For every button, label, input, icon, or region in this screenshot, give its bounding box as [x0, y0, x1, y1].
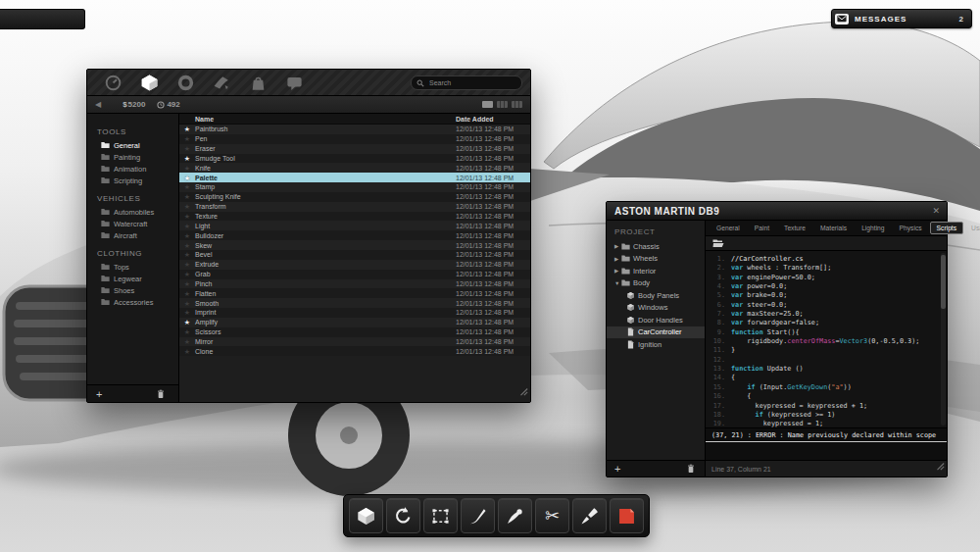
star-icon[interactable]: ★ [179, 202, 195, 211]
cube-icon[interactable] [138, 73, 160, 92]
list-row-flatten[interactable]: ★Flatten12/01/13 12:48 PM [179, 288, 530, 298]
tree-item-body-panels[interactable]: Body Panels [607, 289, 705, 302]
sidebar-item-tops[interactable]: Tops [87, 261, 178, 273]
scrollbar-thumb[interactable] [941, 255, 946, 309]
resize-grip[interactable] [935, 457, 945, 475]
tab-usage[interactable]: Usage [964, 222, 980, 234]
star-icon[interactable]: ★ [179, 327, 195, 336]
sidebar-item-accessories[interactable]: Accessories [87, 296, 178, 308]
close-icon[interactable]: ✕ [932, 206, 940, 216]
add-button[interactable]: + [614, 465, 620, 474]
tab-general[interactable]: General [710, 222, 747, 234]
code-line[interactable]: 14.{ [706, 374, 947, 382]
star-icon[interactable]: ★ [179, 182, 195, 191]
ribbon-icon[interactable] [211, 73, 232, 92]
chevron-down-icon[interactable]: ▼ [614, 280, 621, 286]
tab-physics[interactable]: Physics [893, 222, 929, 234]
open-folder-icon[interactable] [712, 238, 724, 248]
bag-icon[interactable] [247, 73, 269, 92]
gauge-icon[interactable] [102, 73, 123, 92]
view-toggle-columns[interactable] [497, 101, 508, 108]
list-row-mirror[interactable]: ★Mirror12/01/13 12:48 PM [179, 337, 530, 347]
star-icon[interactable]: ★ [179, 279, 195, 288]
view-toggle-list[interactable] [482, 101, 493, 108]
window-titlebar[interactable]: ASTON MARTIN DB9 ✕ [607, 202, 947, 221]
star-icon[interactable]: ★ [179, 318, 195, 326]
sidebar-item-shoes[interactable]: Shoes [87, 284, 178, 296]
code-line[interactable]: 18. if (keypressed >= 1) [706, 411, 947, 420]
star-icon[interactable]: ★ [179, 154, 195, 163]
column-date-added[interactable]: Date Added [456, 116, 530, 123]
code-line[interactable]: 12. [706, 356, 947, 365]
sidebar-item-animation[interactable]: Animation [87, 163, 178, 175]
list-row-pinch[interactable]: ★Pinch12/01/13 12:48 PM [179, 279, 530, 289]
pen-button[interactable] [498, 498, 532, 533]
list-row-extrude[interactable]: ★Extrude12/01/13 12:48 PM [179, 260, 530, 270]
sidebar-item-aircraft[interactable]: Aircraft [87, 229, 178, 241]
swatch-button[interactable] [610, 498, 644, 533]
list-row-stamp[interactable]: ★Stamp12/01/13 12:48 PM [179, 182, 530, 192]
code-line[interactable]: 2.var wheels : Transform[]; [706, 264, 947, 273]
list-row-amplify[interactable]: ★Amplify12/01/13 12:48 PM [179, 318, 530, 327]
tab-scripts[interactable]: Scripts [930, 222, 963, 234]
star-icon[interactable]: ★ [179, 241, 195, 250]
code-line[interactable]: 17. keypressed = keypressed + 1; [706, 402, 947, 411]
code-line[interactable]: 5.var brake=0.0; [706, 291, 947, 300]
messages-badge[interactable]: MESSAGES 2 [831, 9, 972, 28]
code-line[interactable]: 11.} [706, 346, 947, 355]
list-header[interactable]: Name Date Added [179, 114, 530, 125]
tab-lighting[interactable]: Lighting [855, 222, 891, 234]
trash-icon[interactable] [157, 385, 165, 403]
sidebar-item-automobiles[interactable]: Automobiles [87, 206, 178, 218]
scrollbar[interactable] [941, 253, 946, 426]
tree-item-windows[interactable]: Windows [607, 302, 705, 315]
paintbrush-button[interactable] [461, 498, 495, 533]
code-line[interactable]: 15. if (Input.GetKeyDown("a")) [706, 383, 947, 392]
star-icon[interactable]: ★ [179, 212, 195, 221]
star-icon[interactable]: ★ [179, 144, 195, 153]
trash-icon[interactable] [687, 460, 695, 477]
back-button[interactable]: ◀ [95, 100, 101, 109]
star-icon[interactable]: ★ [179, 192, 195, 201]
list-row-bulldozer[interactable]: ★Bulldozer12/01/13 12:48 PM [179, 230, 530, 240]
cube3d-button[interactable] [349, 498, 383, 533]
star-icon[interactable]: ★ [179, 308, 195, 317]
code-line[interactable]: 16. { [706, 392, 947, 401]
star-icon[interactable]: ★ [179, 270, 195, 278]
list-row-grab[interactable]: ★Grab12/01/13 12:48 PM [179, 270, 530, 279]
code-line[interactable]: 7.var maxSteer=25.0; [706, 310, 947, 319]
knife-button[interactable] [572, 498, 607, 533]
star-icon[interactable]: ★ [179, 125, 195, 133]
tree-item-wheels[interactable]: ▶Wheels [607, 253, 705, 266]
list-row-eraser[interactable]: ★Eraser12/01/13 12:48 PM [179, 144, 530, 154]
list-row-pen[interactable]: ★Pen12/01/13 12:48 PM [179, 134, 530, 144]
list-row-smooth[interactable]: ★Smooth12/01/13 12:48 PM [179, 298, 530, 308]
tab-paint[interactable]: Paint [748, 222, 776, 234]
list-row-transform[interactable]: ★Transform12/01/13 12:48 PM [179, 202, 530, 212]
code-line[interactable]: 4.var power=0.0; [706, 282, 947, 291]
resize-grip[interactable] [518, 382, 528, 400]
column-name[interactable]: Name [195, 116, 456, 123]
list-row-smudge-tool[interactable]: ★Smudge Tool12/01/13 12:48 PM [179, 154, 530, 164]
list-row-sculpting-knife[interactable]: ★Sculpting Knife12/01/13 12:48 PM [179, 192, 530, 202]
list-row-imprint[interactable]: ★Imprint12/01/13 12:48 PM [179, 308, 530, 318]
search-box[interactable] [411, 75, 522, 90]
sidebar-item-watercraft[interactable]: Watercraft [87, 218, 178, 229]
code-editor[interactable]: 1.//CarController.cs2.var wheels : Trans… [706, 251, 947, 427]
sidebar-item-scripting[interactable]: Scripting [87, 175, 178, 186]
code-line[interactable]: 9.function Start(){ [706, 328, 947, 337]
code-line[interactable]: 8.var forwardgear=false; [706, 319, 947, 327]
list-row-palette[interactable]: ★Palette12/01/13 12:48 PM [179, 173, 530, 182]
sidebar-item-painting[interactable]: Painting [87, 151, 178, 163]
tree-item-body[interactable]: ▼Body [607, 277, 705, 290]
chevron-right-icon[interactable]: ▶ [614, 243, 621, 249]
star-icon[interactable]: ★ [179, 134, 195, 143]
tree-item-door-handles[interactable]: Door Handles [607, 314, 705, 326]
ring-icon[interactable] [174, 73, 196, 92]
star-icon[interactable]: ★ [179, 164, 195, 173]
tree-item-chassis[interactable]: ▶Chassis [607, 240, 705, 253]
list-row-texture[interactable]: ★Texture12/01/13 12:48 PM [179, 212, 530, 222]
chevron-right-icon[interactable]: ▶ [614, 256, 621, 262]
star-icon[interactable]: ★ [179, 222, 195, 230]
star-icon[interactable]: ★ [179, 347, 195, 356]
